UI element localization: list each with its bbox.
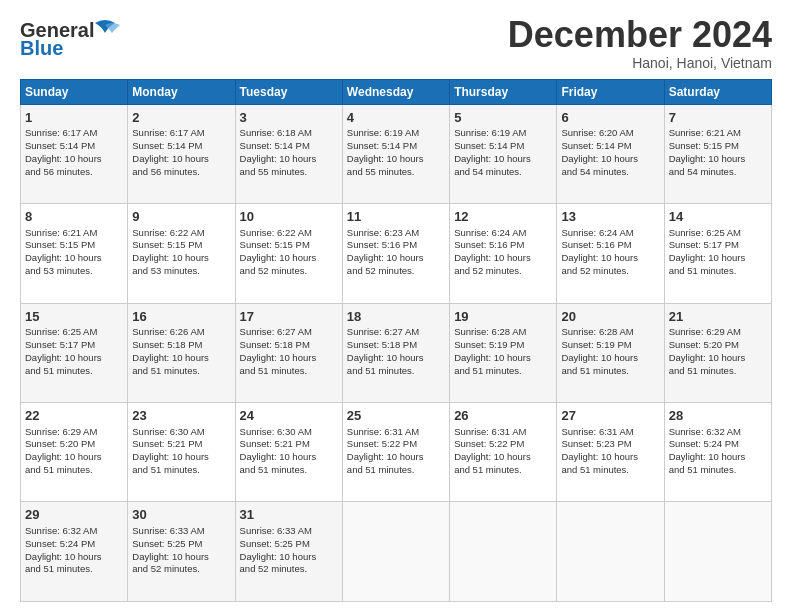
day-number: 5 [454, 109, 552, 127]
day-info-line: and 54 minutes. [669, 166, 767, 179]
location: Hanoi, Hanoi, Vietnam [508, 55, 772, 71]
day-number: 17 [240, 308, 338, 326]
day-info-line: Sunset: 5:16 PM [561, 239, 659, 252]
day-number: 16 [132, 308, 230, 326]
day-info-line: Sunrise: 6:19 AM [347, 127, 445, 140]
day-info-line: and 51 minutes. [25, 464, 123, 477]
day-info-line: Daylight: 10 hours [454, 352, 552, 365]
day-info-line: Sunrise: 6:31 AM [454, 426, 552, 439]
day-info-line: and 51 minutes. [454, 464, 552, 477]
table-row: 2Sunrise: 6:17 AMSunset: 5:14 PMDaylight… [128, 104, 235, 203]
day-info-line: Daylight: 10 hours [454, 451, 552, 464]
day-info-line: and 54 minutes. [454, 166, 552, 179]
day-info-line: Sunset: 5:18 PM [240, 339, 338, 352]
day-info-line: and 51 minutes. [347, 365, 445, 378]
day-number: 29 [25, 506, 123, 524]
day-info-line: Daylight: 10 hours [240, 252, 338, 265]
table-row: 1Sunrise: 6:17 AMSunset: 5:14 PMDaylight… [21, 104, 128, 203]
day-number: 30 [132, 506, 230, 524]
day-info-line: Sunrise: 6:19 AM [454, 127, 552, 140]
day-number: 24 [240, 407, 338, 425]
table-row [342, 502, 449, 602]
day-info-line: Sunset: 5:16 PM [347, 239, 445, 252]
day-info-line: Sunrise: 6:29 AM [25, 426, 123, 439]
day-info-line: and 51 minutes. [669, 464, 767, 477]
day-info-line: Daylight: 10 hours [132, 153, 230, 166]
day-info-line: and 54 minutes. [561, 166, 659, 179]
table-row: 18Sunrise: 6:27 AMSunset: 5:18 PMDayligh… [342, 303, 449, 402]
day-info-line: and 56 minutes. [25, 166, 123, 179]
day-info-line: and 52 minutes. [132, 563, 230, 576]
day-info-line: and 51 minutes. [347, 464, 445, 477]
day-info-line: Sunset: 5:24 PM [25, 538, 123, 551]
day-info-line: and 56 minutes. [132, 166, 230, 179]
day-info-line: Daylight: 10 hours [132, 451, 230, 464]
day-number: 1 [25, 109, 123, 127]
day-number: 8 [25, 208, 123, 226]
header-tuesday: Tuesday [235, 79, 342, 104]
day-info-line: Sunset: 5:18 PM [347, 339, 445, 352]
day-number: 15 [25, 308, 123, 326]
day-info-line: Sunrise: 6:24 AM [561, 227, 659, 240]
table-row: 19Sunrise: 6:28 AMSunset: 5:19 PMDayligh… [450, 303, 557, 402]
day-info-line: Sunrise: 6:25 AM [669, 227, 767, 240]
day-info-line: Sunrise: 6:31 AM [561, 426, 659, 439]
day-info-line: and 51 minutes. [240, 365, 338, 378]
day-info-line: Daylight: 10 hours [561, 451, 659, 464]
day-info-line: Sunrise: 6:20 AM [561, 127, 659, 140]
day-info-line: Sunset: 5:22 PM [454, 438, 552, 451]
day-info-line: Sunrise: 6:22 AM [240, 227, 338, 240]
table-row: 11Sunrise: 6:23 AMSunset: 5:16 PMDayligh… [342, 204, 449, 303]
day-number: 3 [240, 109, 338, 127]
day-info-line: and 51 minutes. [132, 365, 230, 378]
day-info-line: Sunrise: 6:31 AM [347, 426, 445, 439]
day-info-line: Sunset: 5:22 PM [347, 438, 445, 451]
day-info-line: Sunset: 5:19 PM [561, 339, 659, 352]
day-info-line: Sunrise: 6:21 AM [669, 127, 767, 140]
day-info-line: Daylight: 10 hours [132, 352, 230, 365]
day-number: 25 [347, 407, 445, 425]
day-info-line: Daylight: 10 hours [669, 252, 767, 265]
day-info-line: Sunset: 5:21 PM [132, 438, 230, 451]
title-area: December 2024 Hanoi, Hanoi, Vietnam [508, 15, 772, 71]
day-number: 10 [240, 208, 338, 226]
calendar-week-2: 8Sunrise: 6:21 AMSunset: 5:15 PMDaylight… [21, 204, 772, 303]
day-info-line: Sunset: 5:17 PM [669, 239, 767, 252]
day-info-line: and 52 minutes. [347, 265, 445, 278]
day-info-line: and 51 minutes. [454, 365, 552, 378]
table-row: 7Sunrise: 6:21 AMSunset: 5:15 PMDaylight… [664, 104, 771, 203]
day-info-line: Daylight: 10 hours [240, 153, 338, 166]
table-row: 16Sunrise: 6:26 AMSunset: 5:18 PMDayligh… [128, 303, 235, 402]
day-info-line: and 51 minutes. [561, 464, 659, 477]
day-number: 11 [347, 208, 445, 226]
calendar-week-5: 29Sunrise: 6:32 AMSunset: 5:24 PMDayligh… [21, 502, 772, 602]
day-info-line: Daylight: 10 hours [347, 252, 445, 265]
day-number: 28 [669, 407, 767, 425]
day-info-line: Sunset: 5:14 PM [25, 140, 123, 153]
header-thursday: Thursday [450, 79, 557, 104]
header-friday: Friday [557, 79, 664, 104]
calendar-table: Sunday Monday Tuesday Wednesday Thursday… [20, 79, 772, 602]
calendar-header-row: Sunday Monday Tuesday Wednesday Thursday… [21, 79, 772, 104]
day-number: 7 [669, 109, 767, 127]
day-info-line: Sunset: 5:15 PM [669, 140, 767, 153]
day-info-line: Daylight: 10 hours [25, 153, 123, 166]
day-info-line: Sunrise: 6:17 AM [132, 127, 230, 140]
day-info-line: and 52 minutes. [240, 563, 338, 576]
day-number: 26 [454, 407, 552, 425]
table-row: 22Sunrise: 6:29 AMSunset: 5:20 PMDayligh… [21, 403, 128, 502]
calendar-week-3: 15Sunrise: 6:25 AMSunset: 5:17 PMDayligh… [21, 303, 772, 402]
day-info-line: Sunrise: 6:33 AM [132, 525, 230, 538]
table-row: 31Sunrise: 6:33 AMSunset: 5:25 PMDayligh… [235, 502, 342, 602]
page: General Blue December 2024 Hanoi, Hanoi,… [0, 0, 792, 612]
day-info-line: Sunset: 5:20 PM [669, 339, 767, 352]
day-info-line: Sunset: 5:18 PM [132, 339, 230, 352]
table-row: 14Sunrise: 6:25 AMSunset: 5:17 PMDayligh… [664, 204, 771, 303]
day-number: 12 [454, 208, 552, 226]
day-info-line: Daylight: 10 hours [25, 252, 123, 265]
day-info-line: Sunset: 5:16 PM [454, 239, 552, 252]
day-number: 21 [669, 308, 767, 326]
day-info-line: and 51 minutes. [669, 265, 767, 278]
day-info-line: Sunrise: 6:24 AM [454, 227, 552, 240]
day-info-line: Daylight: 10 hours [669, 352, 767, 365]
